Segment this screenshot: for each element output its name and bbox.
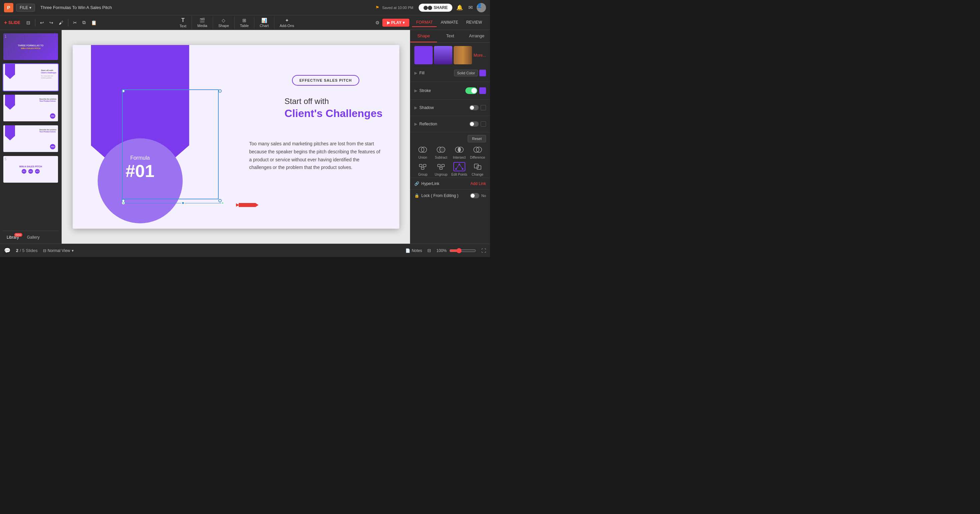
add-link-button[interactable]: Add Link: [470, 181, 486, 186]
view-select[interactable]: ⊟ Normal View ▾: [43, 248, 74, 253]
shape-op-editpoints[interactable]: Edit Points: [451, 162, 468, 176]
change-icon: [472, 162, 484, 171]
selection-handle-tl[interactable]: [122, 89, 125, 93]
tab-format[interactable]: FORMAT: [412, 18, 437, 27]
tab-review[interactable]: REVIEW: [462, 18, 486, 27]
format-painter-button[interactable]: 🖌: [57, 19, 65, 27]
fullscreen-button[interactable]: ⛶: [481, 248, 486, 253]
library-button[interactable]: Library New: [3, 234, 23, 241]
settings-icon[interactable]: ⚙: [375, 20, 380, 25]
center-toolbar: T Text 🎬 Media ◇ Shape ⊞ Table 📊 Chart ✦…: [174, 16, 300, 29]
svg-rect-14: [440, 167, 442, 169]
shadow-checkbox[interactable]: [480, 105, 486, 110]
redo-button[interactable]: ↪: [47, 19, 55, 27]
mail-icon[interactable]: ✉: [467, 3, 474, 12]
slide-thumbnail-2[interactable]: 2 Start off with Client's Challenges Too…: [3, 63, 59, 91]
svg-rect-12: [438, 164, 440, 167]
more-styles-link[interactable]: More...: [473, 53, 486, 58]
style-swatch-1[interactable]: [414, 46, 433, 64]
tab-arrange[interactable]: Arrange: [463, 30, 490, 42]
layout-icon[interactable]: ⊟: [24, 19, 32, 27]
lock-toggle[interactable]: [470, 193, 479, 198]
formula-number: #01: [98, 161, 183, 181]
slide-thumbnail-5[interactable]: 5 WIN A SALES PITCH #01 #02 #03: [3, 155, 59, 183]
zoom-slider[interactable]: [449, 248, 476, 253]
share-button[interactable]: ⬤⬤ SHARE: [418, 4, 452, 12]
fill-color-swatch[interactable]: [479, 70, 486, 76]
document-title: Three Formulas To Win A Sales Pitch: [40, 5, 371, 10]
chart-tool[interactable]: 📊 Chart: [255, 16, 274, 29]
difference-icon: [472, 145, 484, 154]
chat-icon[interactable]: 💬: [4, 247, 11, 254]
canvas-area: Formula #01 EFFECTIVE SALES PITCH Start …: [62, 30, 410, 243]
fill-label: ▶ Fill: [414, 71, 424, 75]
slide-thumbnail-1[interactable]: 1 THREE FORMULAS TO WIN A SALES PITCH: [3, 33, 59, 60]
badge-button[interactable]: EFFECTIVE SALES PITCH: [292, 75, 359, 86]
play-button[interactable]: ▶ PLAY ▾: [382, 19, 410, 27]
union-icon: [417, 145, 429, 154]
formula-label: Formula: [98, 155, 183, 161]
style-swatches: More...: [410, 43, 490, 64]
undo-button[interactable]: ↩: [38, 19, 46, 27]
gallery-button[interactable]: Gallery: [23, 234, 44, 241]
stroke-toggle[interactable]: [465, 88, 477, 94]
style-swatch-3[interactable]: [453, 46, 472, 64]
shadow-toggle[interactable]: [469, 105, 479, 110]
cut-button[interactable]: ✂: [71, 19, 79, 27]
slide-2-preview: Start off with Client's Challenges Too m…: [3, 64, 58, 91]
lock-state: No: [481, 194, 486, 198]
svg-rect-13: [442, 164, 444, 167]
notifications-icon[interactable]: 🔔: [455, 3, 465, 12]
hyperlink-label: 🔗 HyperLink: [414, 181, 439, 186]
slide-background: Formula #01 EFFECTIVE SALES PITCH Start …: [73, 45, 399, 229]
svg-point-6: [458, 148, 461, 152]
editpoints-icon: [453, 162, 465, 171]
shape-ops-section: Reset Union Subtract: [410, 132, 490, 178]
slide-thumbnail-3[interactable]: 3 Describe the solution Your Product Sol…: [3, 94, 59, 122]
shape-op-group[interactable]: Group: [414, 162, 431, 176]
lock-label: 🔒 Lock ( From Editing ): [414, 193, 468, 198]
shape-op-change[interactable]: Change: [469, 162, 486, 176]
copy-button[interactable]: ⧉: [80, 18, 88, 27]
control-dot-center[interactable]: [181, 201, 185, 205]
slide-menu-button[interactable]: + SLIDE: [4, 20, 20, 25]
control-dot-left[interactable]: [122, 202, 125, 204]
shape-op-ungroup[interactable]: Ungroup: [433, 162, 450, 176]
media-tool[interactable]: 🎬 Media: [192, 16, 213, 29]
svg-rect-10: [423, 164, 426, 167]
tab-shape[interactable]: Shape: [410, 30, 437, 42]
stroke-color-swatch[interactable]: [479, 88, 486, 94]
main-body-text: Too many sales and marketing pitches are…: [249, 140, 383, 172]
panel-tab-bar: Shape Text Arrange: [410, 30, 490, 43]
shape-tool[interactable]: ◇ Shape: [213, 16, 235, 29]
selection-handle-tr[interactable]: [218, 89, 222, 93]
user-avatar[interactable]: 👤: [477, 3, 486, 12]
style-swatch-2[interactable]: [434, 46, 452, 64]
tab-animate[interactable]: ANIMATE: [437, 18, 462, 27]
slide-5-preview: WIN A SALES PITCH #01 #02 #03: [3, 156, 58, 183]
shape-op-subtract[interactable]: Subtract: [433, 145, 450, 159]
slide-canvas[interactable]: Formula #01 EFFECTIVE SALES PITCH Start …: [73, 45, 399, 229]
paste-button[interactable]: 📋: [89, 19, 99, 27]
tab-text[interactable]: Text: [437, 30, 464, 42]
addons-tool[interactable]: ✦ Add-Ons: [274, 16, 299, 29]
shape-op-intersect[interactable]: Intersect: [451, 145, 468, 159]
reflection-label: ▶ Reflection: [414, 122, 437, 126]
text-tool[interactable]: T Text: [174, 16, 192, 29]
reflection-toggle[interactable]: [469, 121, 479, 127]
svg-rect-9: [419, 164, 422, 167]
slide-thumbnail-4[interactable]: 4 Describe the solution Your Product Sol…: [3, 125, 59, 153]
ungroup-icon: [435, 162, 447, 171]
control-dot-right[interactable]: [221, 202, 224, 204]
shape-op-difference[interactable]: Difference: [469, 145, 486, 159]
notes-button[interactable]: 📄 Notes: [405, 248, 422, 253]
intersect-icon: [453, 145, 465, 154]
shape-op-union[interactable]: Union: [414, 145, 431, 159]
right-toolbar: ⚙ ▶ PLAY ▾ FORMAT ANIMATE REVIEW: [375, 18, 486, 27]
reflection-checkbox[interactable]: [480, 121, 486, 127]
reset-button[interactable]: Reset: [468, 135, 486, 142]
divider-1: [35, 19, 35, 26]
fill-type-dropdown[interactable]: Solid Color: [454, 70, 478, 76]
file-menu-button[interactable]: FILE ▾: [16, 4, 35, 12]
table-tool[interactable]: ⊞ Table: [235, 16, 255, 29]
